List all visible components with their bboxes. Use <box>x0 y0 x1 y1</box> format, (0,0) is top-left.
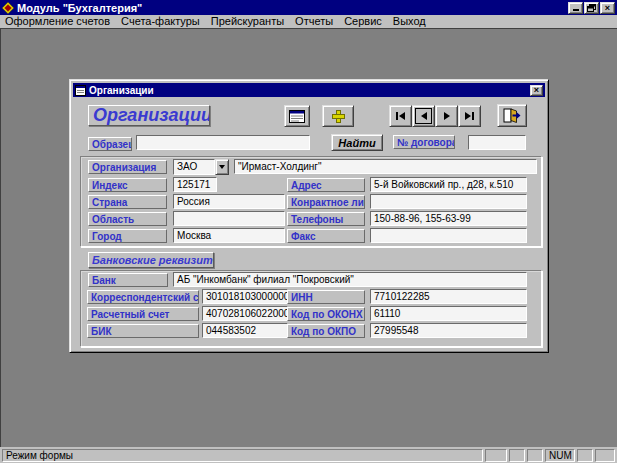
menu-item-invoices[interactable]: Оформление счетов <box>5 15 110 27</box>
bank-label: Банк <box>88 273 168 287</box>
okpo-code-label: Код по ОКПО <box>287 324 365 338</box>
form-icon <box>75 85 86 96</box>
menu-item-exit[interactable]: Выход <box>393 15 426 27</box>
menu-item-pricelists[interactable]: Прейскуранты <box>211 15 284 27</box>
close-icon: × <box>605 3 610 13</box>
okonh-code-input[interactable]: 61110 <box>370 306 527 321</box>
status-mode: Режим формы <box>2 449 483 462</box>
properties-button[interactable] <box>284 105 310 127</box>
country-input[interactable]: Россия <box>173 194 285 209</box>
dialog-titlebar: Организации × <box>73 83 545 97</box>
contract-number-input[interactable] <box>468 135 526 150</box>
fax-input[interactable] <box>370 228 527 243</box>
status-panel <box>527 449 543 462</box>
org-name-input[interactable]: "Ирмаст-Холдинг" <box>234 159 537 174</box>
record-navigation <box>389 105 481 127</box>
dialog-title: Организации <box>89 85 530 96</box>
last-record-button[interactable] <box>458 105 481 127</box>
minimize-icon <box>573 9 579 11</box>
window-titlebar: Модуль "Бухгалтерия" × <box>0 0 617 15</box>
last-record-icon <box>465 112 471 120</box>
address-label: Адрес <box>287 178 365 192</box>
mdi-client-area: Организации × Организации <box>0 28 617 447</box>
window-title: Модуль "Бухгалтерия" <box>17 2 567 14</box>
contact-person-input[interactable] <box>370 194 527 209</box>
org-type-combobox[interactable]: ЗАО <box>173 159 229 175</box>
bank-details-heading: Банковские реквизиты <box>88 252 214 268</box>
organizations-form: Организации × Организации <box>69 79 549 353</box>
minimize-button[interactable] <box>568 2 583 14</box>
sample-label: Образец: <box>88 137 132 151</box>
restore-icon <box>587 4 596 12</box>
status-panel <box>577 449 593 462</box>
contract-number-label: № договора: <box>393 135 455 149</box>
dialog-close-button[interactable]: × <box>530 85 543 96</box>
fax-label: Факс <box>287 229 365 243</box>
app-icon <box>2 2 14 14</box>
status-panel <box>509 449 525 462</box>
city-input[interactable]: Москва <box>173 228 285 243</box>
next-record-icon <box>444 112 450 120</box>
menu-item-reports[interactable]: Отчеты <box>295 15 333 27</box>
first-record-button[interactable] <box>389 105 412 127</box>
plus-icon <box>333 111 344 122</box>
organization-label: Организация <box>88 160 167 174</box>
status-bar: Режим формы NUM <box>0 447 617 463</box>
address-input[interactable]: 5-й Войковский пр., д28, к.510 <box>370 177 527 192</box>
application-window: Модуль "Бухгалтерия" × Оформление счетов… <box>0 0 617 463</box>
form-heading: Организации <box>88 105 210 126</box>
sample-input[interactable] <box>136 135 310 150</box>
settlement-account-input[interactable]: 407028106022000027 <box>202 306 288 321</box>
status-num-indicator: NUM <box>545 449 575 462</box>
restore-button[interactable] <box>584 2 599 14</box>
exit-form-button[interactable] <box>497 104 527 127</box>
contact-person-label: Конрактное лицо <box>287 195 365 209</box>
form-properties-icon <box>289 110 305 123</box>
bank-name-input[interactable]: АБ "Инкомбанк" филиал "Покровский" <box>173 272 527 287</box>
org-type-value[interactable]: ЗАО <box>173 159 215 175</box>
first-record-icon <box>396 112 398 120</box>
phones-label: Телефоны <box>287 212 365 226</box>
correspondent-account-label: Корреспондентский счет <box>87 290 199 304</box>
close-button[interactable]: × <box>600 2 615 14</box>
region-input[interactable] <box>173 211 285 226</box>
chevron-down-icon <box>219 165 225 169</box>
next-record-button[interactable] <box>435 105 458 127</box>
status-panel <box>595 449 615 462</box>
region-label: Область <box>88 212 167 226</box>
exit-door-icon <box>503 108 521 123</box>
menu-bar: Оформление счетов Счета-фактуры Прейскур… <box>0 15 617 28</box>
dialog-close-icon: × <box>534 85 539 95</box>
previous-record-button[interactable] <box>412 105 435 127</box>
bik-input[interactable]: 044583502 <box>202 323 288 338</box>
okpo-code-input[interactable]: 27995548 <box>370 323 527 338</box>
phones-input[interactable]: 150-88-96, 155-63-99 <box>370 211 527 226</box>
status-panel <box>485 449 507 462</box>
add-record-button[interactable] <box>322 105 354 127</box>
combo-dropdown-button[interactable] <box>215 159 229 175</box>
country-label: Страна <box>88 195 167 209</box>
city-label: Город <box>88 229 167 243</box>
index-label: Индекс <box>88 178 167 192</box>
bik-label: БИК <box>87 324 199 338</box>
inn-input[interactable]: 7710122285 <box>370 289 527 304</box>
menu-item-facture[interactable]: Счета-фактуры <box>121 15 200 27</box>
menu-item-service[interactable]: Сервис <box>344 15 382 27</box>
correspondent-account-input[interactable]: 301018103000000003 <box>202 289 288 304</box>
inn-label: ИНН <box>287 290 365 304</box>
index-input[interactable]: 125171 <box>173 177 217 192</box>
previous-record-icon <box>421 112 427 120</box>
find-button[interactable]: Найти <box>331 134 383 151</box>
okonh-code-label: Код по ОКОНХ <box>287 307 365 321</box>
settlement-account-label: Расчетный счет <box>87 307 199 321</box>
